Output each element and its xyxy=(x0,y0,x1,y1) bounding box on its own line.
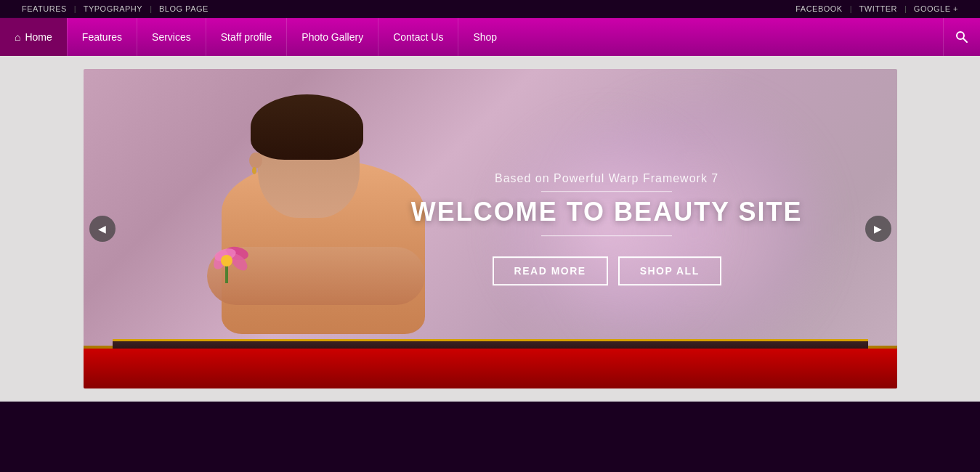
read-more-button[interactable]: READ MORE xyxy=(493,256,608,285)
top-bar-right: FACEBOOK | TWITTER | GOOGLE + xyxy=(788,4,965,13)
slider-prev-button[interactable]: ◀ xyxy=(89,216,116,242)
nav-shop-label: Shop xyxy=(473,31,497,43)
flower xyxy=(203,243,254,280)
top-bar: FEATURES | TYPOGRAPHY | BLOG PAGE FACEBO… xyxy=(0,0,980,18)
nav-contact-us[interactable]: Contact Us xyxy=(378,18,458,56)
nav-shop[interactable]: Shop xyxy=(458,18,511,56)
nav-features[interactable]: Features xyxy=(67,18,137,56)
hero-title: WELCOME TO BEAUTY SITE xyxy=(411,198,803,227)
stage-red xyxy=(84,349,897,388)
nav-services[interactable]: Services xyxy=(137,18,206,56)
google-plus-link[interactable]: GOOGLE + xyxy=(907,4,965,13)
chevron-right-icon: ▶ xyxy=(874,223,882,235)
nav-photo-gallery[interactable]: Photo Gallery xyxy=(286,18,378,56)
nav-features-label: Features xyxy=(82,31,122,43)
twitter-link[interactable]: TWITTER xyxy=(852,4,904,13)
shop-all-button[interactable]: SHOP ALL xyxy=(618,256,721,285)
nav-contact-us-label: Contact Us xyxy=(393,31,443,43)
nav-photo-gallery-label: Photo Gallery xyxy=(301,31,363,43)
nav-home[interactable]: ⌂ Home xyxy=(0,18,67,56)
typography-link[interactable]: TYPOGRAPHY xyxy=(76,4,150,13)
nav-services-label: Services xyxy=(152,31,191,43)
blog-page-link[interactable]: BLOG PAGE xyxy=(152,4,216,13)
nav-home-label: Home xyxy=(25,31,52,43)
top-bar-left: FEATURES | TYPOGRAPHY | BLOG PAGE xyxy=(15,4,216,13)
stage xyxy=(84,323,897,388)
hero-person xyxy=(200,87,447,334)
svg-line-1 xyxy=(963,38,967,42)
slider-next-button[interactable]: ▶ xyxy=(865,216,891,242)
hero-divider-top xyxy=(541,191,672,192)
hero-background: Based on Powerful Warp Framework 7 WELCO… xyxy=(84,69,897,388)
home-icon: ⌂ xyxy=(15,31,20,43)
page-container: FEATURES | TYPOGRAPHY | BLOG PAGE FACEBO… xyxy=(0,0,980,472)
facebook-link[interactable]: FACEBOOK xyxy=(788,4,850,13)
nav-staff-profile-label: Staff profile xyxy=(221,31,272,43)
hero-container: Based on Powerful Warp Framework 7 WELCO… xyxy=(84,69,897,388)
hero-buttons: READ MORE SHOP ALL xyxy=(411,256,803,285)
hero-divider-bottom xyxy=(541,235,672,236)
hero-subtitle: Based on Powerful Warp Framework 7 xyxy=(411,172,803,185)
search-icon xyxy=(955,30,968,44)
nav-staff-profile[interactable]: Staff profile xyxy=(206,18,287,56)
nav-search-button[interactable] xyxy=(943,18,980,56)
nav-bar: ⌂ Home Features Services Staff profile P… xyxy=(0,18,980,56)
chevron-left-icon: ◀ xyxy=(98,223,106,235)
hero-text-block: Based on Powerful Warp Framework 7 WELCO… xyxy=(411,172,803,285)
hero-wrapper: Based on Powerful Warp Framework 7 WELCO… xyxy=(0,56,980,402)
features-link[interactable]: FEATURES xyxy=(15,4,74,13)
